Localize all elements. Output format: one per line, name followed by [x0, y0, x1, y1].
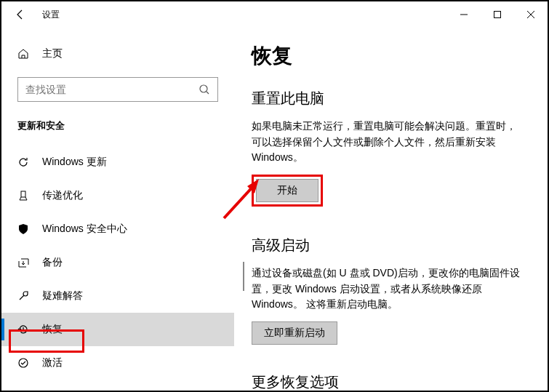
window-controls: [447, 3, 548, 26]
sidebar-item-security[interactable]: Windows 安全中心: [1, 212, 234, 246]
svg-rect-1: [494, 12, 501, 18]
more-options-heading: 更多恢复选项: [252, 372, 523, 391]
back-arrow-icon: [15, 9, 26, 20]
close-button[interactable]: [514, 3, 548, 26]
window-title: 设置: [42, 9, 60, 21]
sidebar-item-recovery[interactable]: 恢复: [1, 313, 234, 346]
refresh-icon: [17, 156, 29, 168]
advanced-heading: 高级启动: [252, 236, 523, 255]
sidebar-item-label: 传递优化: [42, 189, 83, 202]
maximize-button[interactable]: [481, 3, 514, 26]
home-label: 主页: [42, 47, 63, 60]
main-content: 恢复 重置此电脑 如果电脑未正常运行，重置电脑可能会解决问题。重置时，可以选择保…: [234, 28, 548, 391]
search-icon: [199, 84, 210, 95]
troubleshoot-icon: [17, 290, 29, 302]
backup-icon: [17, 257, 29, 268]
page-title: 恢复: [252, 42, 523, 70]
close-icon: [527, 11, 534, 18]
minimize-icon: [460, 11, 468, 18]
sidebar: 主页 更新和安全 Windows 更新 传递优化 Windows 安全中心 备份: [1, 28, 234, 391]
sidebar-item-activation[interactable]: 激活: [1, 346, 234, 380]
home-icon: [17, 48, 29, 60]
maximize-icon: [494, 11, 501, 18]
search-box[interactable]: [17, 77, 218, 102]
sidebar-item-troubleshoot[interactable]: 疑难解答: [1, 279, 234, 313]
advanced-body: 通过设备或磁盘(如 U 盘或 DVD)启动，更改你的电脑固件设置，更改 Wind…: [252, 265, 523, 313]
titlebar: 设置: [1, 1, 548, 28]
search-input[interactable]: [25, 84, 199, 95]
minimize-button[interactable]: [447, 3, 481, 26]
sidebar-item-label: 备份: [42, 256, 63, 269]
activation-icon: [17, 357, 29, 369]
sidebar-item-label: 激活: [42, 356, 63, 369]
shield-icon: [17, 223, 29, 235]
home-link[interactable]: 主页: [1, 41, 234, 67]
sidebar-item-windows-update[interactable]: Windows 更新: [1, 145, 234, 179]
back-button[interactable]: [10, 4, 31, 25]
history-icon: [17, 324, 29, 335]
sidebar-item-label: Windows 安全中心: [42, 223, 127, 236]
restart-now-button[interactable]: 立即重新启动: [252, 321, 337, 345]
scroll-indicator: [243, 262, 244, 291]
annotation-highlight-start: 开始: [252, 175, 323, 207]
svg-point-7: [19, 359, 28, 367]
sidebar-item-label: 恢复: [42, 323, 63, 336]
delivery-icon: [17, 190, 29, 201]
svg-point-4: [200, 85, 207, 92]
sidebar-item-backup[interactable]: 备份: [1, 246, 234, 279]
reset-body: 如果电脑未正常运行，重置电脑可能会解决问题。重置时，可以选择保留个人文件或删除个…: [252, 119, 523, 166]
sidebar-item-label: Windows 更新: [42, 156, 107, 169]
reset-heading: 重置此电脑: [252, 89, 523, 108]
reset-start-button[interactable]: 开始: [256, 179, 318, 202]
sidebar-item-label: 疑难解答: [42, 289, 83, 303]
sidebar-item-delivery[interactable]: 传递优化: [1, 179, 234, 212]
svg-rect-6: [21, 191, 25, 197]
sidebar-section-header: 更新和安全: [1, 102, 234, 138]
svg-line-5: [207, 92, 209, 94]
